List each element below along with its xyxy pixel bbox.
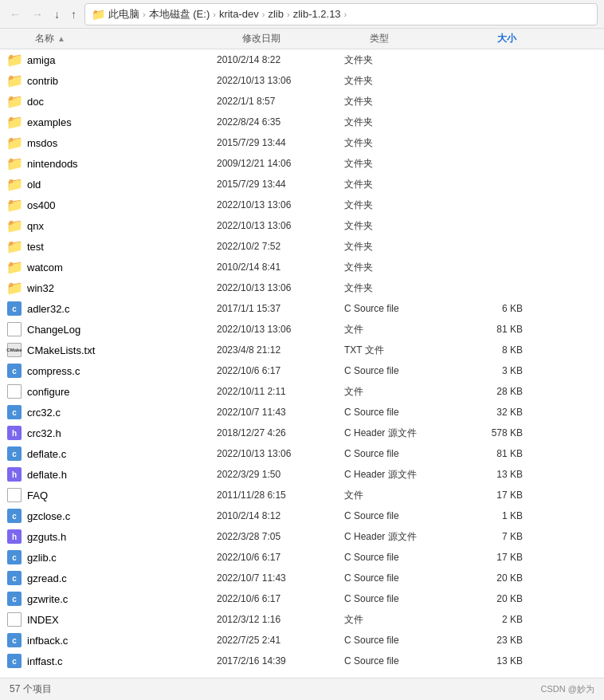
forward-button[interactable]: → — [29, 6, 46, 22]
table-row[interactable]: cgzlib.c2022/10/6 6:17C Source file17 KB — [0, 547, 604, 568]
up-dir-button[interactable]: ↑ — [68, 6, 80, 22]
table-row[interactable]: 📁msdos2015/7/29 13:44文件夹 — [0, 132, 604, 153]
file-size: 32 KB — [472, 407, 535, 418]
table-row[interactable]: FAQ2011/11/28 6:15文件17 KB — [0, 485, 604, 505]
table-row[interactable]: cinfback.c2022/7/25 2:41C Source file23 … — [0, 630, 604, 651]
file-name: FAQ — [27, 490, 217, 501]
c-icon: c — [6, 591, 22, 607]
table-row[interactable]: ChangeLog2022/10/13 13:06文件81 KB — [0, 319, 604, 340]
h-icon: h — [6, 425, 22, 441]
file-name: CMakeLists.txt — [27, 344, 217, 356]
table-row[interactable]: cinffast.c2017/2/16 14:39C Source file13… — [0, 651, 604, 671]
h-icon: h — [6, 674, 22, 674]
table-row[interactable]: 📁examples2022/8/24 6:35文件夹 — [0, 112, 604, 132]
table-row[interactable]: 📁watcom2010/2/14 8:41文件夹 — [0, 257, 604, 277]
file-name: crc32.c — [27, 407, 217, 419]
table-row[interactable]: 📁win322022/10/13 13:06文件夹 — [0, 277, 604, 298]
table-row[interactable]: hcrc32.h2018/12/27 4:26C Header 源文件578 K… — [0, 423, 604, 443]
breadcrumb-label-4: zlib-1.2.13 — [293, 8, 341, 20]
breadcrumb-zlib[interactable]: zlib — [268, 8, 284, 20]
table-row[interactable]: 📁amiga2010/2/14 8:22文件夹 — [0, 49, 604, 70]
col-header-size[interactable]: 大小 — [497, 32, 561, 45]
up-button[interactable]: ↓ — [51, 6, 63, 22]
table-row[interactable]: 📁contrib2022/10/13 13:06文件夹 — [0, 70, 604, 91]
table-row[interactable]: 📁nintendods2009/12/21 14:06文件夹 — [0, 153, 604, 174]
file-type: 文件夹 — [344, 240, 472, 254]
table-row[interactable]: cdeflate.c2022/10/13 13:06C Source file8… — [0, 443, 604, 464]
file-name: win32 — [27, 282, 217, 294]
file-name: gzclose.c — [27, 510, 217, 522]
file-name: contrib — [27, 75, 217, 87]
file-date: 2023/4/8 21:12 — [217, 344, 344, 356]
blank-icon — [6, 383, 22, 399]
file-type: C Source file — [344, 655, 472, 667]
table-row[interactable]: cgzread.c2022/10/7 11:43C Source file20 … — [0, 568, 604, 588]
file-size: 13 KB — [472, 469, 535, 480]
breadcrumb-label-2: krita-dev — [219, 8, 259, 20]
file-name: watcom — [27, 262, 217, 273]
col-header-date[interactable]: 修改日期 — [242, 32, 370, 45]
c-icon: c — [6, 508, 22, 524]
file-date: 2010/2/14 8:41 — [217, 262, 344, 273]
back-button[interactable]: ← — [6, 6, 24, 22]
file-size: 6 KB — [472, 303, 535, 314]
breadcrumb-krita[interactable]: krita-dev — [219, 8, 259, 20]
table-row[interactable]: configure2022/10/11 2:11文件28 KB — [0, 381, 604, 402]
file-size: 3 KB — [472, 365, 535, 376]
file-type: C Header 源文件 — [344, 427, 472, 440]
table-row[interactable]: ccompress.c2022/10/6 6:17C Source file3 … — [0, 360, 604, 381]
file-type: 文件夹 — [344, 157, 472, 171]
file-name: ChangeLog — [27, 324, 217, 336]
c-icon: c — [6, 653, 22, 669]
table-row[interactable]: hinffast.h2010/4/19 12:16C Header 源文件1 K… — [0, 671, 604, 674]
file-date: 2022/10/13 13:06 — [217, 282, 344, 293]
table-row[interactable]: 📁test2022/10/2 7:52文件夹 — [0, 236, 604, 257]
file-date: 2022/10/13 13:06 — [217, 448, 344, 459]
h-icon: h — [6, 529, 22, 545]
table-row[interactable]: 📁doc2022/1/1 8:57文件夹 — [0, 91, 604, 112]
file-size: 8 KB — [472, 344, 535, 356]
table-row[interactable]: cadler32.c2017/1/1 15:37C Source file6 K… — [0, 298, 604, 319]
file-date: 2022/1/1 8:57 — [217, 96, 344, 107]
breadcrumb-drive[interactable]: 本地磁盘 (E:) — [149, 7, 210, 22]
brand-label: CSDN @妙为 — [541, 683, 594, 695]
breadcrumb-computer[interactable]: 此电脑 — [92, 7, 139, 22]
table-row[interactable]: hgzguts.h2022/3/28 7:05C Header 源文件7 KB — [0, 526, 604, 547]
file-size: 23 KB — [472, 635, 535, 646]
table-row[interactable]: 📁os4002022/10/13 13:06文件夹 — [0, 195, 604, 215]
file-type: 文件夹 — [344, 178, 472, 191]
table-row[interactable]: cgzclose.c2010/2/14 8:12C Source file1 K… — [0, 505, 604, 526]
table-row[interactable]: ccrc32.c2022/10/7 11:43C Source file32 K… — [0, 402, 604, 423]
file-date: 2022/7/25 2:41 — [217, 635, 344, 646]
file-name: doc — [27, 96, 217, 108]
file-name: infback.c — [27, 635, 217, 647]
file-type: C Source file — [344, 635, 472, 646]
file-type: C Source file — [344, 572, 472, 584]
col-header-type[interactable]: 类型 — [370, 32, 497, 45]
file-type: 文件夹 — [344, 281, 472, 295]
file-type: 文件夹 — [344, 116, 472, 129]
file-size: 17 KB — [472, 552, 535, 563]
table-row[interactable]: hdeflate.h2022/3/29 1:50C Header 源文件13 K… — [0, 464, 604, 485]
file-date: 2018/12/27 4:26 — [217, 427, 344, 438]
folder-icon: 📁 — [6, 135, 22, 151]
file-date: 2011/11/28 6:15 — [217, 490, 344, 501]
table-row[interactable]: 📁old2015/7/29 13:44文件夹 — [0, 174, 604, 195]
file-date: 2022/10/13 13:06 — [217, 220, 344, 231]
file-size: 81 KB — [472, 448, 535, 459]
c-icon: c — [6, 632, 22, 648]
breadcrumb[interactable]: 此电脑 › 本地磁盘 (E:) › krita-dev › zlib › zli… — [84, 3, 598, 26]
table-row[interactable]: cgzwrite.c2022/10/6 6:17C Source file20 … — [0, 588, 604, 609]
folder-icon: 📁 — [6, 73, 22, 88]
file-type: 文件 — [344, 489, 472, 502]
table-row[interactable]: CMakeCMakeLists.txt2023/4/8 21:12TXT 文件8… — [0, 340, 604, 360]
table-row[interactable]: INDEX2012/3/12 1:16文件2 KB — [0, 609, 604, 630]
breadcrumb-zlib-version[interactable]: zlib-1.2.13 — [293, 8, 341, 20]
col-header-name[interactable]: 名称 ▲ — [35, 32, 242, 45]
file-date: 2022/10/13 13:06 — [217, 75, 344, 86]
file-date: 2022/10/7 11:43 — [217, 572, 344, 584]
file-date: 2010/2/14 8:22 — [217, 54, 344, 65]
file-type: 文件 — [344, 613, 472, 627]
table-row[interactable]: 📁qnx2022/10/13 13:06文件夹 — [0, 215, 604, 236]
file-name: gzlib.c — [27, 552, 217, 564]
